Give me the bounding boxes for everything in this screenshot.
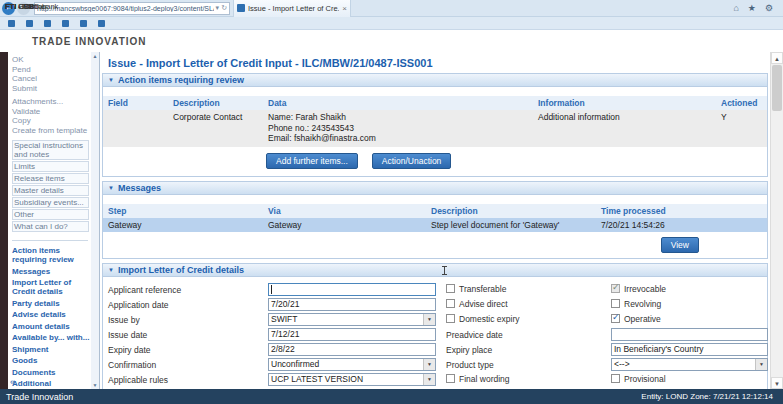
messages-section-header[interactable]: ▼ Messages xyxy=(103,182,767,195)
sidebar-item-what-can-i-do[interactable]: What can I do? xyxy=(12,221,89,232)
expiry-date-input[interactable]: 2/8/22 xyxy=(268,343,436,356)
product-type-select[interactable]: <-->▼ xyxy=(611,358,768,371)
add-further-items-button[interactable]: Add further items... xyxy=(266,153,358,169)
application-date-input[interactable]: 7/20/21 xyxy=(268,298,436,311)
vertical-scrollbar[interactable]: ▲ ▼ xyxy=(770,52,783,389)
product-type-label: Product type xyxy=(446,360,494,370)
transferable-checkbox[interactable]: Transferable xyxy=(446,284,506,294)
autocomplete-dropdown-icon[interactable]: ▾ xyxy=(216,4,220,12)
issue-date-input[interactable]: 7/12/21 xyxy=(268,328,436,341)
sidebar-item-submit[interactable]: Submit xyxy=(12,84,90,94)
browser-chrome: ← → http://mancswbsge0067:9084/tiplus2-d… xyxy=(0,0,783,17)
checkbox-icon xyxy=(446,299,455,308)
applicable-rules-select[interactable]: UCP LATEST VERSION▼ xyxy=(268,373,436,386)
sidebar-scroll-down-icon[interactable]: ▼ xyxy=(91,382,99,388)
sidebar-item-cancel[interactable]: Cancel xyxy=(12,74,90,84)
applicant-reference-input[interactable] xyxy=(268,283,436,296)
sidebar-link-available-by[interactable]: Available by... with... xyxy=(12,333,90,342)
tab-close-icon[interactable]: × xyxy=(342,4,347,13)
domestic-expiry-checkbox[interactable]: Domestic expiry xyxy=(446,314,519,324)
favorite-link[interactable]: FTI - TAI xyxy=(62,20,69,27)
sidebar-item-limits[interactable]: Limits xyxy=(12,161,89,172)
column-header: Description xyxy=(168,98,263,108)
sidebar-item-ok[interactable]: OK xyxy=(12,55,90,65)
sidebar-item-copy[interactable]: Copy xyxy=(12,116,90,126)
collapse-sidebar-button[interactable]: « xyxy=(10,378,15,387)
view-button[interactable]: View xyxy=(661,237,699,253)
favorite-link[interactable]: FTI HSBC xyxy=(44,20,51,27)
sidebar-link-messages[interactable]: Messages xyxy=(12,267,90,276)
scroll-up-icon[interactable]: ▲ xyxy=(771,52,783,64)
section-title: Import Letter of Credit details xyxy=(118,265,244,275)
sidebar-scrollbar[interactable]: ▲ ▼ xyxy=(91,52,99,389)
lc-details-section: ▼ Import Letter of Credit details Applic… xyxy=(102,263,768,390)
checkbox-icon xyxy=(611,299,620,308)
settings-gear-icon[interactable]: ⚙ xyxy=(765,3,773,13)
sidebar-item-special-instructions[interactable]: Special instructions and notes xyxy=(12,140,89,160)
application-date-label: Application date xyxy=(108,300,169,310)
sidebar-link-amount-details[interactable]: Amount details xyxy=(12,322,90,331)
favorites-star-icon[interactable]: ★ xyxy=(748,3,756,13)
sidebar-link-documents[interactable]: Documents xyxy=(12,368,90,377)
address-bar[interactable]: http://mancswbsge0067:9084/tiplus2-deplo… xyxy=(34,2,230,15)
refresh-icon[interactable]: ↻ xyxy=(221,4,227,12)
sidebar-item-subsidiary-events[interactable]: Subsidiary events... xyxy=(12,197,89,208)
revolving-checkbox[interactable]: Revolving xyxy=(611,299,661,309)
sidebar-item-other[interactable]: Other xyxy=(12,209,89,220)
favorite-link[interactable]: FTI - Metrobank xyxy=(80,20,87,27)
confirmation-select[interactable]: Unconfirmed▼ xyxy=(268,358,436,371)
collapse-section-icon: ▼ xyxy=(108,185,114,191)
sidebar-link-goods[interactable]: Goods xyxy=(12,356,90,365)
sidebar-item-create-from-template[interactable]: Create from template xyxy=(12,126,90,136)
tab-title: Issue - Import Letter of Cre... xyxy=(248,4,339,13)
sidebar-link-additional-conditions[interactable]: Additional conditions xyxy=(12,379,90,389)
main-content: Issue - Import Letter of Credit Input - … xyxy=(100,52,770,389)
message-row[interactable]: Gateway Gateway Step level document for … xyxy=(103,218,767,232)
advise-direct-checkbox[interactable]: Advise direct xyxy=(446,299,508,309)
action-items-column-headers: Field Description Data Information Actio… xyxy=(103,96,767,110)
favicon-icon xyxy=(26,20,33,27)
irrevocable-checkbox[interactable]: Irrevocable xyxy=(611,284,666,294)
sidebar-link-shipment[interactable]: Shipment xyxy=(12,345,90,354)
sidebar-item-attachments[interactable]: Attachments... xyxy=(12,97,90,107)
checkbox-icon xyxy=(446,374,455,383)
expiry-place-input[interactable]: In Beneficiary's Country xyxy=(611,343,768,356)
action-items-section: ▼ Action items requiring review Field De… xyxy=(102,73,768,177)
sidebar-item-master-details[interactable]: Master details xyxy=(12,185,89,196)
sidebar-link-action-items[interactable]: Action items requiring review xyxy=(12,246,90,264)
final-wording-checkbox[interactable]: Final wording xyxy=(446,374,510,384)
sidebar-item-release-items[interactable]: Release items xyxy=(12,173,89,184)
issue-by-select[interactable]: SWIFT▼ xyxy=(268,313,436,326)
action-items-section-header[interactable]: ▼ Action items requiring review xyxy=(103,74,767,87)
sidebar-link-party-details[interactable]: Party details xyxy=(12,299,90,308)
browser-tab[interactable]: Issue - Import Letter of Cre... × xyxy=(233,0,351,17)
auto-follow-on-checkbox[interactable]: Automatically create follow-on event xyxy=(611,389,760,390)
preadvice-date-input[interactable] xyxy=(611,328,768,341)
sidebar-item-pend[interactable]: Pend xyxy=(12,65,90,75)
cell-description: Corporate Contact xyxy=(168,112,263,144)
cell-data: Name: Farah Shaikh Phone no.: 243543543 … xyxy=(263,112,533,144)
ie-window: ← → http://mancswbsge0067:9084/tiplus2-d… xyxy=(0,0,783,404)
action-unaction-button[interactable]: Action/Unaction xyxy=(372,153,452,169)
favorite-link[interactable]: FTI - Partner xyxy=(98,20,105,27)
favorite-link[interactable]: FTI GTB xyxy=(26,20,33,27)
favicon-icon xyxy=(62,20,69,27)
home-icon[interactable]: ⌂ xyxy=(733,3,738,13)
column-header: Description xyxy=(426,206,596,216)
collapse-section-icon: ▼ xyxy=(108,267,114,273)
operative-checkbox[interactable]: Operative xyxy=(611,314,661,324)
cell-step: Gateway xyxy=(103,220,263,230)
provisional-checkbox[interactable]: Provisional xyxy=(611,374,666,384)
sidebar-link-lc-details[interactable]: Import Letter of Credit details xyxy=(12,278,90,296)
dropdown-arrow-icon: ▼ xyxy=(423,374,435,385)
status-entity-zone: Entity: LOND Zone: 7/21/21 12:12:14 xyxy=(641,392,773,401)
scrollbar-thumb[interactable] xyxy=(772,65,782,111)
favorite-link[interactable]: FTI CCB xyxy=(8,20,15,27)
sidebar-link-advise-details[interactable]: Advise details xyxy=(12,310,90,319)
sidebar-item-validate[interactable]: Validate xyxy=(12,107,90,117)
lc-details-section-header[interactable]: ▼ Import Letter of Credit details xyxy=(103,264,767,277)
favicon-icon xyxy=(44,20,51,27)
sidebar-scroll-up-icon[interactable]: ▲ xyxy=(91,53,99,59)
scroll-down-icon[interactable]: ▼ xyxy=(771,377,783,389)
action-item-row[interactable]: Corporate Contact Name: Farah Shaikh Pho… xyxy=(103,110,767,147)
